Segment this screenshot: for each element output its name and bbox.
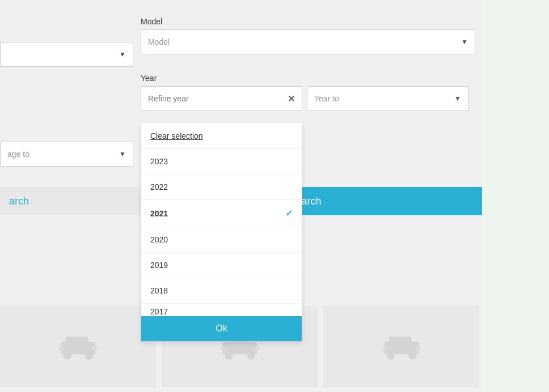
- year-item-2022[interactable]: 2022: [141, 174, 302, 200]
- year-dropdown-items: Clear selection 2023 2022 2021 ✓ 2020 20…: [141, 123, 302, 316]
- year-item-2017-label: 2017: [150, 307, 168, 316]
- mileage-chevron-icon: ▼: [119, 150, 126, 158]
- car-card-3: [323, 306, 479, 387]
- svg-point-9: [247, 352, 255, 360]
- car-thumbnail-icon-3: [382, 330, 421, 364]
- svg-rect-5: [92, 347, 97, 351]
- year-item-2020[interactable]: 2020: [141, 227, 302, 253]
- model-chevron-icon: ▼: [461, 38, 468, 46]
- svg-rect-4: [59, 347, 64, 351]
- model-section: Model Model ▼: [141, 17, 481, 54]
- page-container: ▼ Model Model ▼ Year ✕ Year to ▼: [0, 0, 549, 392]
- svg-point-2: [63, 352, 71, 360]
- svg-rect-17: [415, 347, 420, 351]
- svg-rect-1: [66, 337, 88, 347]
- mileage-dropdown[interactable]: age to ▼: [0, 142, 133, 167]
- left-dropdown-top[interactable]: ▼: [0, 42, 133, 67]
- year-to-dropdown[interactable]: Year to ▼: [307, 86, 468, 111]
- year-dropdown-list: Clear selection 2023 2022 2021 ✓ 2020 20…: [141, 123, 302, 342]
- model-dropdown-text: Model: [148, 37, 170, 46]
- svg-rect-11: [254, 347, 259, 351]
- year-item-2023-label: 2023: [150, 157, 168, 166]
- car-card-1: [0, 306, 156, 387]
- svg-point-14: [386, 352, 394, 360]
- clear-icon[interactable]: ✕: [288, 93, 295, 104]
- year-label: Year: [141, 74, 468, 83]
- check-icon: ✓: [285, 208, 293, 219]
- svg-rect-13: [389, 337, 411, 347]
- clear-selection-label: Clear selection: [150, 131, 203, 140]
- model-dropdown[interactable]: Model ▼: [141, 29, 475, 54]
- year-item-2018-label: 2018: [150, 286, 168, 295]
- year-item-2020-label: 2020: [150, 235, 168, 244]
- svg-point-8: [225, 352, 233, 360]
- mileage-text: age to: [7, 150, 29, 159]
- refine-year-input[interactable]: [148, 94, 288, 103]
- search-left-text: arch: [9, 195, 29, 207]
- ok-button[interactable]: Ok: [141, 316, 302, 341]
- year-item-2021[interactable]: 2021 ✓: [141, 200, 302, 227]
- svg-point-15: [408, 352, 416, 360]
- year-item-2017[interactable]: 2017: [141, 304, 302, 316]
- refine-year-container: ✕: [141, 86, 302, 111]
- year-to-text: Year to: [314, 94, 339, 103]
- year-item-2018[interactable]: 2018: [141, 278, 302, 304]
- model-label: Model: [141, 17, 481, 26]
- svg-point-3: [85, 352, 93, 360]
- year-inputs: ✕ Year to ▼: [141, 86, 468, 111]
- year-to-chevron-icon: ▼: [454, 95, 461, 103]
- year-section: Year ✕ Year to ▼: [141, 74, 468, 111]
- right-panel: [482, 0, 549, 392]
- year-item-2019-label: 2019: [150, 261, 168, 270]
- year-item-2019[interactable]: 2019: [141, 253, 302, 278]
- svg-rect-10: [221, 347, 226, 351]
- search-left-area: arch: [0, 187, 141, 215]
- chevron-down-icon: ▼: [119, 50, 126, 58]
- clear-selection-item[interactable]: Clear selection: [141, 123, 302, 149]
- year-item-2023[interactable]: 2023: [141, 149, 302, 174]
- year-item-2022-label: 2022: [150, 182, 168, 191]
- year-item-2021-label: 2021: [150, 209, 168, 218]
- svg-rect-16: [382, 347, 387, 351]
- car-thumbnail-icon-1: [58, 330, 98, 364]
